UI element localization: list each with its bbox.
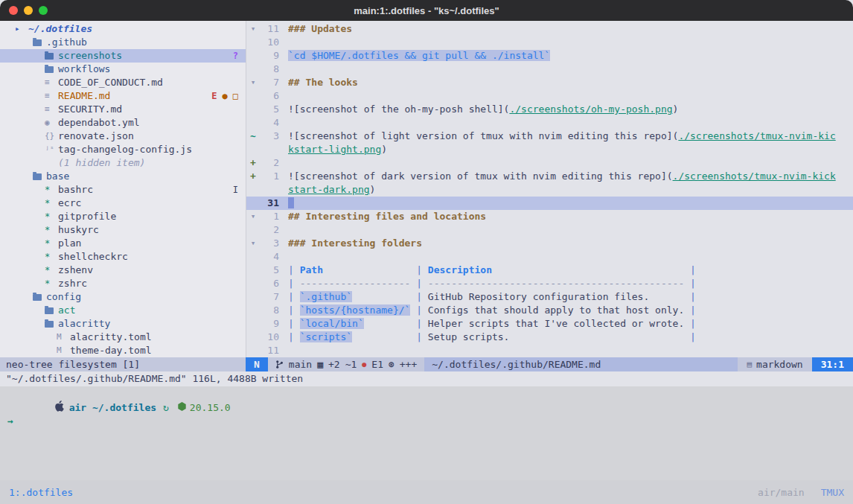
line-number: 5 (260, 264, 279, 277)
line-text: | `.github` | GitHub Repository configur… (288, 290, 853, 304)
gear-icon: ⊛ (389, 357, 394, 371)
tree-item-screenshots[interactable]: screenshots? (0, 49, 246, 63)
tmux-window-tab[interactable]: 1:.dotfiles (9, 487, 73, 498)
tree-item-workflows[interactable]: workflows (0, 63, 246, 76)
tree-item-1-hidden-item[interactable]: (1 hidden item) (0, 156, 246, 170)
editor-line[interactable]: 5![screenshot of the oh-my-posh shell](.… (246, 103, 853, 116)
tree-item-label: zshenv (58, 264, 93, 277)
tree-item-plan[interactable]: *plan (0, 237, 246, 250)
gutter (246, 49, 260, 63)
prompt-host-path: air ~/.dotfiles (69, 401, 156, 415)
editor-line[interactable]: 2 (246, 223, 853, 237)
tree-item-label: CODE_OF_CONDUCT.md (58, 76, 163, 89)
folder-icon (45, 307, 54, 314)
editor-line[interactable]: +2 (246, 156, 853, 170)
tree-item-alacritty-toml[interactable]: Malacritty.toml (0, 331, 246, 344)
cursor-position: 31:1 (812, 357, 853, 371)
tree-item-ecrc[interactable]: *ecrc (0, 197, 246, 210)
neo-tree-panel[interactable]: ▸~/.dotfiles.githubscreenshots?workflows… (0, 21, 246, 357)
editor-line[interactable]: 5| Path | Description | (246, 264, 853, 277)
shell-pane[interactable]: air ~/.dotfiles ↻ 20.15.0 → 1:.dotfiles … (0, 386, 853, 504)
tree-item-bashrc[interactable]: *bashrcI (0, 183, 246, 197)
editor-line[interactable]: +1![screenshot of dark version of tmux w… (246, 170, 853, 183)
editor-line[interactable]: 8| `hosts/{hostname}/` | Configs that sh… (246, 304, 853, 317)
tree-item-github[interactable]: .github (0, 36, 246, 49)
tree-item-config[interactable]: config (0, 290, 246, 304)
cmdline-message: "~/.dotfiles/.github/README.md" 116L, 44… (0, 371, 853, 386)
line-text (288, 223, 853, 237)
prompt-arrow[interactable]: → (7, 415, 853, 428)
tree-item-huskyrc[interactable]: *huskyrc (0, 223, 246, 237)
toml-icon: M (57, 344, 70, 357)
markdown-icon: ▤ (747, 357, 752, 371)
node-version: 20.15.0 (178, 401, 231, 415)
tree-item-label: act (58, 304, 75, 317)
cursor-line[interactable]: 31 (246, 197, 853, 210)
line-text: | Path | Description | (288, 264, 853, 277)
tree-item-base[interactable]: base (0, 170, 246, 183)
editor-line[interactable]: ▾7## The looks (246, 76, 853, 89)
titlebar[interactable]: main:1:.dotfiles - "ks~/.dotfiles" (0, 0, 853, 21)
close-button[interactable] (9, 6, 18, 15)
fold-chevron-icon[interactable]: ▾ (246, 237, 260, 250)
editor-line[interactable]: ~3![screenshot of light version of tmux … (246, 130, 853, 143)
line-number: 6 (260, 89, 279, 103)
tree-item-zshrc[interactable]: *zshrc (0, 277, 246, 290)
editor-line[interactable]: 8 (246, 63, 853, 76)
line-text: | `scripts` | Setup scripts. | (288, 331, 853, 344)
editor-line[interactable]: 9`cd $HOME/.dotfiles && git pull && ./in… (246, 49, 853, 63)
gutter (246, 36, 260, 49)
tree-item-label: dependabot.yml (58, 116, 140, 130)
line-text: ## Interesting files and locations (288, 210, 853, 223)
editor-line[interactable]: ▾11### Updates (246, 22, 853, 36)
tree-item-tag-changelog-config-js[interactable]: ʲˢtag-changelog-config.js (0, 143, 246, 156)
editor-line[interactable]: 6 (246, 89, 853, 103)
tree-item-alacritty[interactable]: alacritty (0, 317, 246, 331)
window-title: main:1:.dotfiles - "ks~/.dotfiles" (354, 5, 499, 16)
tree-item-label: ~/.dotfiles (28, 22, 92, 36)
editor-line[interactable]: ▾3### Interesting folders (246, 237, 853, 250)
block-cursor (288, 197, 294, 208)
editor-line[interactable]: 9| `local/bin` | Helper scripts that I'v… (246, 317, 853, 331)
editor-line[interactable]: 10| `scripts` | Setup scripts. | (246, 331, 853, 344)
tree-item-label: config (46, 290, 81, 304)
line-number: 9 (260, 317, 279, 331)
line-number: 1 (260, 210, 279, 223)
tree-item-shellcheckrc[interactable]: *shellcheckrc (0, 250, 246, 264)
editor-line[interactable]: start-dark.png) (246, 183, 853, 197)
minimize-button[interactable] (24, 6, 33, 15)
tree-item-code-of-conduct-md[interactable]: ≡CODE_OF_CONDUCT.md (0, 76, 246, 89)
editor-line[interactable]: 7| `.github` | GitHub Repository configu… (246, 290, 853, 304)
line-number: 3 (260, 130, 279, 143)
editor-line[interactable]: ▾1## Interesting files and locations (246, 210, 853, 223)
tree-item-theme-day-toml[interactable]: Mtheme-day.toml (0, 344, 246, 357)
editor-buffer[interactable]: ▾11### Updates109`cd $HOME/.dotfiles && … (246, 21, 853, 357)
tree-item-gitprofile[interactable]: *gitprofile (0, 210, 246, 223)
star-icon: * (45, 277, 58, 290)
md-icon: ≡ (45, 89, 58, 103)
tree-item-dotfiles[interactable]: ▸~/.dotfiles (0, 22, 246, 36)
tree-item-zshenv[interactable]: *zshenv (0, 264, 246, 277)
zoom-button[interactable] (39, 6, 48, 15)
fold-chevron-icon[interactable]: ▾ (246, 22, 260, 36)
line-text (288, 197, 853, 210)
line-number: 11 (260, 344, 279, 357)
editor-line[interactable]: 11 (246, 344, 853, 357)
gutter (246, 183, 260, 197)
shell-prompt: air ~/.dotfiles ↻ 20.15.0 (7, 401, 853, 415)
tree-item-readme-md[interactable]: ≡README.mdE●□ (0, 89, 246, 103)
editor-line[interactable]: 6| ------------------- | ---------------… (246, 277, 853, 290)
line-number: 11 (260, 22, 279, 36)
tree-item-renovate-json[interactable]: {}renovate.json (0, 130, 246, 143)
fold-chevron-icon[interactable]: ▾ (246, 210, 260, 223)
tree-item-security-md[interactable]: ≡SECURITY.md (0, 103, 246, 116)
tree-item-act[interactable]: act (0, 304, 246, 317)
gutter (246, 264, 260, 277)
editor-line[interactable]: 4 (246, 250, 853, 264)
editor-line[interactable]: 4 (246, 116, 853, 130)
editor-line[interactable]: kstart-light.png) (246, 143, 853, 156)
tree-item-dependabot-yml[interactable]: ◉dependabot.yml (0, 116, 246, 130)
editor-line[interactable]: 10 (246, 36, 853, 49)
folder-icon (45, 321, 54, 328)
fold-chevron-icon[interactable]: ▾ (246, 76, 260, 89)
